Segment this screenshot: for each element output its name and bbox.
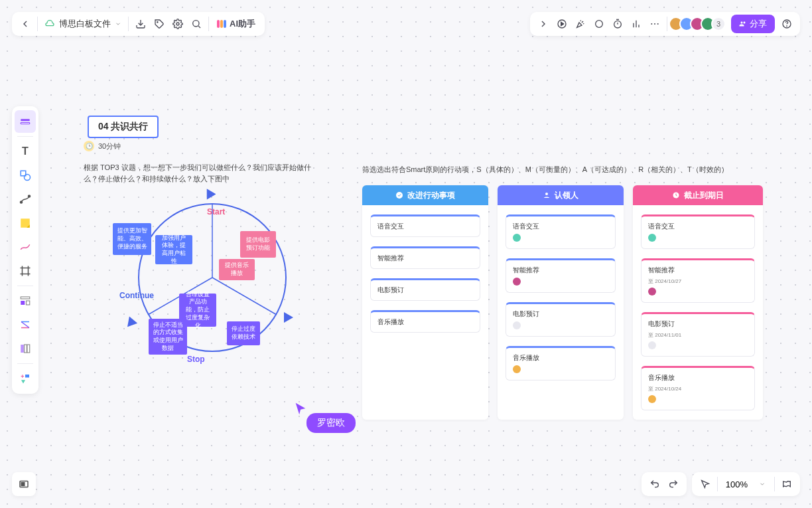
search-button[interactable] <box>187 15 206 33</box>
tool-connector[interactable] <box>15 313 36 336</box>
tool-select[interactable] <box>15 110 36 133</box>
toolbar-right: 3 分享 <box>530 12 800 36</box>
svg-point-27 <box>29 195 31 197</box>
card[interactable]: 电影预订 <box>370 278 480 301</box>
ai-label: AI助手 <box>230 18 255 30</box>
svg-line-8 <box>583 23 584 24</box>
share-label: 分享 <box>750 18 767 30</box>
top-toolbar: 博思白板文件 AI助手 <box>12 12 800 36</box>
svg-point-25 <box>25 175 31 181</box>
time-badge: 🕒 30分钟 <box>84 141 121 151</box>
svg-point-19 <box>657 23 659 25</box>
ai-assistant-button[interactable]: AI助手 <box>212 15 261 33</box>
column-actions[interactable]: 改进行动事项 语音交互 智能推荐 电影预订 音乐播放 <box>362 185 488 420</box>
svg-point-17 <box>651 23 652 25</box>
help-button[interactable] <box>778 15 796 33</box>
column-owner[interactable]: 认领人 语音交互 智能推荐 电影预订 音乐播放 <box>498 185 624 420</box>
column-deadline[interactable]: 截止到期日 语音交互 智能推荐至 2024/10/27 电影预订至 2024/1… <box>633 185 763 420</box>
sticky-note[interactable]: 停止过度依赖技术 <box>227 321 260 345</box>
label-continue: Continue <box>119 291 154 300</box>
svg-marker-6 <box>561 22 564 25</box>
poll-button[interactable] <box>627 15 645 33</box>
label-stop: Stop <box>187 355 205 364</box>
card[interactable]: 音乐播放至 2024/10/24 <box>641 366 755 410</box>
tool-table[interactable] <box>15 337 36 360</box>
card[interactable]: 音乐播放 <box>506 346 616 381</box>
more-button[interactable] <box>645 15 664 33</box>
remote-cursor: 罗密欧 <box>293 401 308 416</box>
file-name[interactable]: 博思白板文件 <box>40 18 125 30</box>
export-button[interactable] <box>131 15 150 33</box>
svg-point-26 <box>21 201 23 203</box>
settings-button[interactable] <box>169 15 187 33</box>
action-columns: 改进行动事项 语音交互 智能推荐 电影预订 音乐播放 认领人 语音交互 智能推荐… <box>362 185 763 420</box>
canvas-content: 04 共识共行 🕒 30分钟 根据 TOP3 议题，想一想下一步我们可以做些什么… <box>0 0 812 508</box>
tool-rail: T + <box>12 106 38 394</box>
card[interactable]: 电影预订 <box>506 302 616 337</box>
tool-more-shapes[interactable]: + <box>15 367 36 390</box>
cursor-icon <box>293 401 308 416</box>
svg-point-51 <box>545 193 548 195</box>
avatar-overflow-count: 3 <box>711 17 726 31</box>
svg-point-10 <box>596 21 603 28</box>
card[interactable]: 电影预订至 2024/11/01 <box>641 312 755 357</box>
back-button[interactable] <box>16 15 34 33</box>
svg-rect-38 <box>27 345 30 353</box>
clock-icon <box>672 191 680 199</box>
timer-button[interactable] <box>608 15 627 33</box>
card[interactable]: 智能推荐 <box>370 246 480 269</box>
collaborator-avatars[interactable]: 3 <box>673 17 726 31</box>
user-icon <box>543 191 551 199</box>
description-right: 筛选选出符合Smart原则的行动项，S（具体的）、M（可衡量的）、A（可达成的）… <box>362 165 734 175</box>
sticky-note[interactable]: 停止不适当的方式收集或使用用户数据 <box>149 319 187 355</box>
comment-button[interactable] <box>590 15 608 33</box>
sticky-note[interactable]: 提供音乐播放 <box>219 259 255 280</box>
sticky-note[interactable]: 提供电影预订功能 <box>240 231 276 258</box>
svg-point-50 <box>396 192 403 199</box>
column-title: 认领人 <box>555 190 578 201</box>
expand-button[interactable] <box>534 15 553 33</box>
sticky-note[interactable]: 提供更加智能、高效、便捷的服务 <box>113 223 151 255</box>
svg-rect-37 <box>25 345 27 353</box>
tool-shape[interactable] <box>15 164 36 187</box>
svg-marker-41 <box>21 380 25 383</box>
svg-line-7 <box>582 21 583 23</box>
circle-diagram[interactable]: Start Continue Stop 提供更加智能、高效、便捷的服务 加强用户… <box>126 193 299 392</box>
svg-rect-36 <box>21 345 24 353</box>
share-button[interactable]: 分享 <box>731 15 775 33</box>
tool-pen[interactable] <box>15 236 36 258</box>
svg-rect-22 <box>21 119 30 121</box>
card[interactable]: 语音交互 <box>506 214 616 249</box>
tool-frame[interactable] <box>15 260 36 282</box>
svg-rect-33 <box>21 297 30 299</box>
tool-text[interactable]: T <box>15 140 36 163</box>
svg-point-21 <box>787 26 787 27</box>
arrow-icon <box>202 189 216 202</box>
svg-marker-48 <box>284 312 293 323</box>
svg-point-18 <box>654 23 655 25</box>
tool-template[interactable] <box>15 290 36 312</box>
chevron-down-icon <box>115 21 121 27</box>
card[interactable]: 语音交互 <box>370 214 480 237</box>
clock-icon: 🕒 <box>84 141 94 151</box>
svg-point-1 <box>157 22 158 23</box>
tag-button[interactable] <box>150 15 169 33</box>
file-name-text: 博思白板文件 <box>59 18 111 30</box>
remote-cursor-name: 罗密欧 <box>306 413 356 433</box>
card[interactable]: 智能推荐至 2024/10/27 <box>641 258 755 303</box>
sticky-note[interactable]: 加强用户体验，提高用户粘性 <box>155 235 192 264</box>
section-title[interactable]: 04 共识共行 <box>88 116 159 138</box>
arrow-icon <box>280 309 293 323</box>
card[interactable]: 音乐播放 <box>370 310 480 333</box>
toolbar-left: 博思白板文件 AI助手 <box>12 12 265 36</box>
play-button[interactable] <box>553 15 571 33</box>
column-title: 改进行动事项 <box>407 190 455 201</box>
svg-marker-49 <box>126 317 137 329</box>
svg-line-4 <box>198 26 200 28</box>
celebrate-button[interactable] <box>571 15 590 33</box>
arrow-icon <box>126 316 139 329</box>
tool-sticky-note[interactable] <box>15 212 36 234</box>
card[interactable]: 语音交互 <box>641 214 755 249</box>
tool-line[interactable] <box>15 188 36 211</box>
card[interactable]: 智能推荐 <box>506 258 616 293</box>
